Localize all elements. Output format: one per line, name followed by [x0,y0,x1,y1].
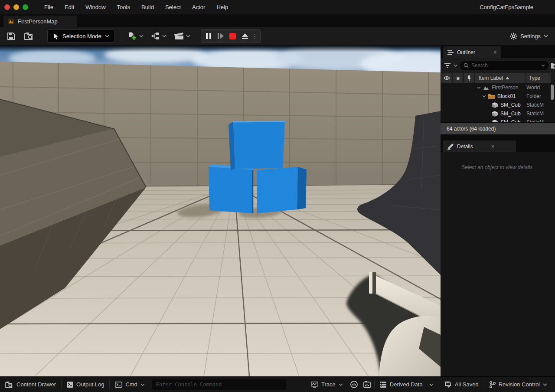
pause-button[interactable] [203,30,214,42]
menu-select[interactable]: Select [160,0,186,14]
column-visibility[interactable] [441,73,452,83]
frame-skip-button[interactable] [215,30,226,42]
add-actor-dropdown[interactable] [127,31,144,41]
insights-report-button[interactable] [360,377,374,392]
expand-chevron-icon[interactable] [482,95,486,98]
content-drawer-button[interactable]: Content Drawer [0,377,61,392]
star-icon [456,76,460,81]
cmd-dropdown[interactable]: Cmd [110,377,150,392]
insights-box-icon [363,381,371,388]
status-bar: Content Drawer Output Log Cmd Trace [0,376,555,392]
menu-bar: File Edit Window Tools Build Select Acto… [0,0,555,14]
details-empty-message: Select an object to view details. [461,164,534,376]
insights-circle-icon [350,381,358,388]
outliner-row-folder[interactable]: Block01 Folder [441,92,555,101]
details-tab-label: Details [457,144,473,150]
filter-icon[interactable] [444,63,451,68]
blue-cube-bottom-right[interactable] [257,167,307,213]
search-icon [464,63,469,68]
chevron-down-icon [544,35,548,37]
maximize-window-button[interactable] [23,4,28,10]
output-log-icon [67,381,73,388]
cinematics-dropdown[interactable] [173,32,190,40]
asset-tab-bar: FirstPersonMap [0,14,555,27]
chevron-down-icon[interactable] [541,64,545,67]
close-icon[interactable]: × [491,143,495,150]
chevron-down-icon [543,383,547,386]
console-command-input[interactable] [152,379,286,390]
static-mesh-icon [492,111,498,117]
blue-cube-top[interactable] [229,121,285,170]
static-mesh-icon [492,102,498,108]
tab-firstpersonmap[interactable]: FirstPersonMap [3,16,77,27]
tab-details[interactable]: Details × [443,140,516,152]
trace-dropdown[interactable]: Trace [306,377,348,392]
close-window-button[interactable] [4,4,10,10]
chevron-down-icon [429,383,434,386]
pie-options-button[interactable]: ⋮ [251,30,258,42]
column-favorite[interactable] [453,73,463,83]
all-saved-button[interactable]: All Saved [439,377,484,392]
pie-controls: ⋮ [201,29,261,43]
derived-data-dropdown[interactable]: Derived Data [375,377,439,392]
menu-actor[interactable]: Actor [186,0,211,14]
outliner-row-staticmesh[interactable]: SM_Cub StaticM [441,118,555,122]
menu-items: File Edit Window Tools Build Select Acto… [39,0,234,14]
blue-cube-bottom-left[interactable] [209,164,255,213]
actor-count-bar: 64 actors (64 loaded) [441,123,555,134]
details-tab-row: Details × [441,139,555,152]
add-actor-icon [127,31,138,41]
settings-label: Settings [520,33,541,39]
chevron-down-icon [139,35,144,37]
outliner-column-headers: Item Label Type [441,73,555,83]
menu-window[interactable]: Window [80,0,111,14]
chevron-down-icon [186,35,190,37]
stop-button[interactable] [227,30,238,42]
chevron-down-icon [105,35,109,37]
menu-file[interactable]: File [39,0,59,14]
menu-edit[interactable]: Edit [59,0,80,14]
menu-build[interactable]: Build [136,0,160,14]
output-log-button[interactable]: Output Log [62,377,109,392]
pin-icon [467,75,471,81]
insights-session-button[interactable] [348,377,360,392]
outliner-search[interactable] [460,61,548,70]
blueprints-dropdown[interactable] [150,32,166,40]
chevron-down-icon [162,35,166,37]
column-pin[interactable] [464,73,474,83]
outliner-icon [447,50,454,55]
outliner-toolbar [441,58,555,73]
tab-outliner[interactable]: Outliner × [443,46,501,58]
save-check-icon [444,381,452,388]
chevron-down-icon [140,383,145,386]
menu-tools[interactable]: Tools [111,0,136,14]
outliner-row-staticmesh[interactable]: SM_Cub StaticM [441,101,555,109]
column-item-label[interactable]: Item Label [475,73,526,83]
outliner-row-staticmesh[interactable]: SM_Cub StaticM [441,109,555,118]
column-type[interactable]: Type [526,73,551,83]
eject-button[interactable] [239,30,251,42]
search-input[interactable] [471,62,539,69]
content-browser-button[interactable] [22,29,36,43]
settings-dropdown[interactable]: Settings [510,33,548,40]
outliner-row-world[interactable]: FirstPerson World [441,83,555,92]
save-button[interactable] [3,29,18,43]
expand-chevron-icon[interactable] [477,86,481,89]
clapperboard-icon [173,32,185,40]
outliner-rows: FirstPerson World Block01 Folder [441,83,555,122]
details-pencil-icon [447,144,454,150]
editor-mode-dropdown[interactable]: Selection Mode [47,29,115,42]
derived-data-icon [380,381,387,388]
minimize-window-button[interactable] [13,4,19,10]
close-icon[interactable]: × [493,49,497,56]
add-folder-icon[interactable] [551,62,555,69]
tab-label: FirstPersonMap [18,18,58,25]
viewport-scene [0,45,441,376]
outliner-tab-row: Outliner × [441,45,555,58]
chevron-down-icon[interactable] [454,64,457,67]
revision-control-dropdown[interactable]: Revision Control [484,377,552,392]
viewport-3d[interactable] [0,45,441,376]
menu-help[interactable]: Help [211,0,234,14]
window-controls [4,4,28,10]
outliner-scrollbar[interactable] [551,85,554,100]
